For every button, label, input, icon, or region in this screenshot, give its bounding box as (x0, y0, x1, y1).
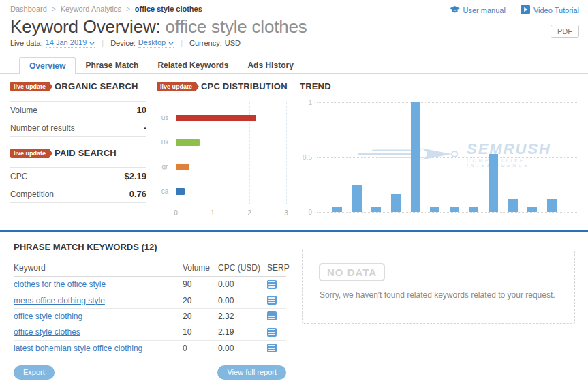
table-row: office style clothes102.19 (14, 324, 286, 340)
trend-header: TREND (300, 81, 331, 91)
cpc-axis-tick: 2 (247, 209, 251, 217)
trend-bar (371, 207, 381, 212)
serp-list-icon[interactable] (267, 296, 277, 305)
serp-line (268, 314, 275, 315)
device-label: Device: (110, 39, 136, 47)
serp-line (268, 281, 275, 283)
serp-line (268, 286, 275, 288)
keyword-link[interactable]: clothes for the office style (14, 279, 183, 289)
serp-line (268, 329, 275, 331)
serp-line (268, 332, 275, 333)
breadcrumb-item[interactable]: Dashboard (10, 5, 47, 13)
cpc-gridline (286, 102, 287, 204)
tab-overview[interactable]: Overview (19, 57, 76, 74)
play-icon (521, 5, 530, 16)
cpc-cell: 0.00 (218, 279, 267, 289)
breadcrumb-separator: > (52, 5, 56, 13)
meta-separator: | (181, 39, 183, 47)
live-data-selector[interactable]: 14 Jan 2019 (46, 38, 95, 48)
live-update-badge: live update (157, 82, 196, 91)
cpc-distribution-header: live update CPC DISTRIBUTION (157, 81, 288, 91)
breadcrumb: Dashboard>Keyword Analytics>office style… (10, 5, 202, 13)
top-links: User manual Video Tutorial (450, 5, 579, 16)
column-header-serp: SERP (267, 263, 286, 273)
volume-cell: 10 (183, 327, 218, 337)
metric-value: 10 (137, 105, 146, 115)
cpc-category-label-ca: ca (158, 187, 172, 195)
video-tutorial-link[interactable]: Video Tutorial (521, 5, 579, 16)
metric-row: Volume10 (10, 102, 146, 119)
tab-phrase-match[interactable]: Phrase Match (76, 57, 148, 74)
export-button[interactable]: Export (14, 365, 55, 380)
trend-bar (332, 207, 342, 212)
cpc-category-label-uk: uk (158, 138, 172, 146)
breadcrumb-item[interactable]: Keyword Analytics (61, 5, 121, 13)
live-update-badge: live update (10, 82, 49, 91)
keyword-link[interactable]: mens office clothing style (14, 296, 183, 305)
trend-bar (547, 199, 557, 212)
trend-bar (352, 185, 362, 212)
semrush-swoosh-icon (358, 147, 460, 164)
section-divider (0, 230, 588, 232)
serp-list-icon[interactable] (267, 311, 277, 320)
paid-search-title: PAID SEARCH (55, 148, 117, 158)
column-header-volume: Volume (183, 263, 218, 273)
cpc-cell: 2.32 (218, 311, 267, 321)
cpc-axis-tick: 1 (211, 209, 215, 217)
related-keywords-empty-state: NO DATA Sorry, we haven't found related … (302, 249, 575, 324)
organic-search-header: live update ORGANIC SEARCH (10, 81, 138, 91)
phrase-match-table: KeywordVolumeCPC (USD)SERP clothes for t… (14, 260, 286, 356)
metric-label: Volume (10, 106, 37, 115)
serp-line (268, 316, 275, 317)
device-value: Desktop (138, 38, 166, 46)
keyword-link[interactable]: office style clothes (14, 327, 183, 337)
trend-bar (527, 207, 537, 212)
tab-ads-history[interactable]: Ads History (238, 57, 303, 74)
meta-row: Live data: 14 Jan 2019 | Device: Desktop… (10, 38, 241, 48)
keyword-link[interactable]: latest bohemian style office clothing (14, 344, 183, 353)
device-selector[interactable]: Desktop (138, 38, 174, 48)
trend-gridline (317, 212, 578, 213)
metric-label: Number of results (10, 123, 75, 133)
table-row: office style clothing202.32 (14, 309, 286, 324)
keyword-overview-page: Dashboard>Keyword Analytics>office style… (0, 0, 588, 381)
column-header-cpc-usd-: CPC (USD) (218, 263, 267, 273)
cpc-bar-uk (176, 139, 200, 146)
serp-list-icon[interactable] (267, 344, 277, 352)
page-title-prefix: Keyword Overview: (10, 16, 166, 37)
no-data-stamp: NO DATA (319, 263, 385, 281)
view-full-report-button[interactable]: View full report (217, 365, 286, 380)
table-row: mens office clothing style200.00 (14, 292, 286, 308)
serp-line (268, 348, 275, 349)
keyword-link[interactable]: office style clothing (14, 311, 183, 321)
serp-line (268, 302, 275, 303)
trend-bar (489, 154, 498, 212)
serp-line (268, 300, 275, 301)
pdf-button[interactable]: PDF (551, 25, 579, 38)
volume-cell: 0 (183, 344, 218, 353)
cpc-cell: 2.19 (218, 327, 267, 337)
trend-title: TREND (300, 81, 331, 91)
trend-axis-tick: 1 (300, 99, 312, 106)
no-data-message: Sorry, we haven't found related keywords… (320, 290, 555, 300)
serp-cell (267, 344, 286, 352)
trend-axis-tick: 0 (300, 209, 312, 216)
paid-search-header: live update PAID SEARCH (10, 148, 117, 158)
semrush-watermark-text: SEMRUSH COMPETITIVE INTELLIGENCE (467, 142, 583, 168)
phrase-match-title: PHRASE MATCH KEYWORDS (12) (14, 242, 157, 252)
metric-value: - (144, 123, 146, 133)
serp-list-icon[interactable] (267, 280, 277, 289)
serp-cell (267, 296, 286, 305)
phrase-match-actions: Export View full report (14, 365, 286, 380)
serp-list-icon[interactable] (267, 328, 277, 337)
trend-bar (391, 194, 401, 212)
volume-cell: 20 (183, 311, 218, 321)
serp-cell (267, 280, 286, 289)
metric-value: $2.19 (124, 171, 146, 181)
semrush-watermark: SEMRUSH COMPETITIVE INTELLIGENCE (358, 142, 583, 168)
organic-search-table: Volume10Number of results- (10, 101, 146, 137)
tab-related-keywords[interactable]: Related Keywords (148, 57, 238, 74)
paid-search-table: CPC$2.19Competition0.76 (10, 167, 146, 203)
page-title: Keyword Overview: office style clothes (10, 16, 307, 37)
user-manual-link[interactable]: User manual (450, 5, 506, 16)
